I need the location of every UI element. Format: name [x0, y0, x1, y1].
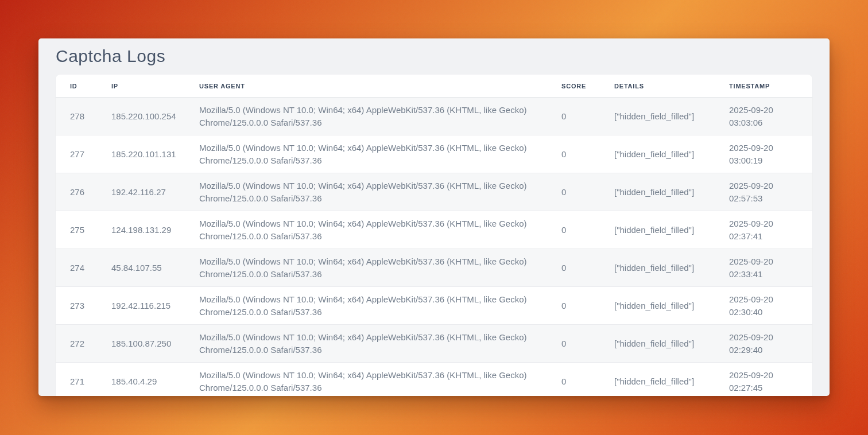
cell-details: ["hidden_field_filled"] [600, 287, 715, 325]
cell-timestamp: 2025-09-20 02:29:40 [715, 325, 812, 363]
cell-score: 0 [547, 287, 600, 325]
cell-user-agent: Mozilla/5.0 (Windows NT 10.0; Win64; x64… [185, 173, 547, 211]
cell-details: ["hidden_field_filled"] [600, 363, 715, 397]
cell-details: ["hidden_field_filled"] [600, 249, 715, 287]
cell-ip: 192.42.116.215 [97, 287, 185, 325]
cell-user-agent: Mozilla/5.0 (Windows NT 10.0; Win64; x64… [185, 287, 547, 325]
cell-id: 277 [56, 135, 97, 173]
app-background: { "page": { "title": "Captcha Logs" }, "… [0, 0, 868, 435]
table-row: 275124.198.131.29Mozilla/5.0 (Windows NT… [56, 211, 812, 249]
cell-score: 0 [547, 135, 600, 173]
cell-ip: 185.40.4.29 [97, 363, 185, 397]
cell-timestamp: 2025-09-20 02:37:41 [715, 211, 812, 249]
cell-ip: 45.84.107.55 [97, 249, 185, 287]
table-row: 276192.42.116.27Mozilla/5.0 (Windows NT … [56, 173, 812, 211]
cell-timestamp: 2025-09-20 03:00:19 [715, 135, 812, 173]
captcha-logs-card: Captcha Logs ID IP USER AGENT SCORE DETA… [38, 38, 830, 396]
cell-id: 274 [56, 249, 97, 287]
cell-user-agent: Mozilla/5.0 (Windows NT 10.0; Win64; x64… [185, 249, 547, 287]
cell-id: 272 [56, 325, 97, 363]
cell-ip: 185.100.87.250 [97, 325, 185, 363]
table-body: 278185.220.100.254Mozilla/5.0 (Windows N… [56, 98, 812, 397]
cell-id: 271 [56, 363, 97, 397]
cell-score: 0 [547, 173, 600, 211]
captcha-logs-table: ID IP USER AGENT SCORE DETAILS TIMESTAMP… [56, 75, 812, 396]
table-row: 273192.42.116.215Mozilla/5.0 (Windows NT… [56, 287, 812, 325]
cell-user-agent: Mozilla/5.0 (Windows NT 10.0; Win64; x64… [185, 211, 547, 249]
cell-details: ["hidden_field_filled"] [600, 98, 715, 135]
cell-id: 275 [56, 211, 97, 249]
cell-details: ["hidden_field_filled"] [600, 211, 715, 249]
column-header-user-agent: USER AGENT [185, 75, 547, 98]
column-header-id: ID [56, 75, 97, 98]
cell-details: ["hidden_field_filled"] [600, 325, 715, 363]
cell-user-agent: Mozilla/5.0 (Windows NT 10.0; Win64; x64… [185, 325, 547, 363]
cell-timestamp: 2025-09-20 03:03:06 [715, 98, 812, 135]
page-title: Captcha Logs [56, 38, 812, 75]
column-header-details: DETAILS [600, 75, 715, 98]
table-row: 271185.40.4.29Mozilla/5.0 (Windows NT 10… [56, 363, 812, 397]
table-row: 277185.220.101.131Mozilla/5.0 (Windows N… [56, 135, 812, 173]
cell-score: 0 [547, 325, 600, 363]
cell-score: 0 [547, 98, 600, 135]
cell-details: ["hidden_field_filled"] [600, 135, 715, 173]
captcha-logs-table-container: ID IP USER AGENT SCORE DETAILS TIMESTAMP… [56, 75, 812, 396]
cell-score: 0 [547, 249, 600, 287]
cell-ip: 192.42.116.27 [97, 173, 185, 211]
cell-user-agent: Mozilla/5.0 (Windows NT 10.0; Win64; x64… [185, 135, 547, 173]
table-row: 27445.84.107.55Mozilla/5.0 (Windows NT 1… [56, 249, 812, 287]
cell-id: 273 [56, 287, 97, 325]
table-row: 272185.100.87.250Mozilla/5.0 (Windows NT… [56, 325, 812, 363]
cell-details: ["hidden_field_filled"] [600, 173, 715, 211]
cell-ip: 185.220.100.254 [97, 98, 185, 135]
table-row: 278185.220.100.254Mozilla/5.0 (Windows N… [56, 98, 812, 135]
cell-id: 278 [56, 98, 97, 135]
cell-timestamp: 2025-09-20 02:30:40 [715, 287, 812, 325]
cell-ip: 124.198.131.29 [97, 211, 185, 249]
cell-score: 0 [547, 363, 600, 397]
cell-timestamp: 2025-09-20 02:33:41 [715, 249, 812, 287]
cell-id: 276 [56, 173, 97, 211]
cell-timestamp: 2025-09-20 02:57:53 [715, 173, 812, 211]
table-header: ID IP USER AGENT SCORE DETAILS TIMESTAMP [56, 75, 812, 98]
column-header-timestamp: TIMESTAMP [715, 75, 812, 98]
cell-user-agent: Mozilla/5.0 (Windows NT 10.0; Win64; x64… [185, 363, 547, 397]
cell-user-agent: Mozilla/5.0 (Windows NT 10.0; Win64; x64… [185, 98, 547, 135]
header-row: ID IP USER AGENT SCORE DETAILS TIMESTAMP [56, 75, 812, 98]
column-header-ip: IP [97, 75, 185, 98]
cell-score: 0 [547, 211, 600, 249]
cell-timestamp: 2025-09-20 02:27:45 [715, 363, 812, 397]
column-header-score: SCORE [547, 75, 600, 98]
cell-ip: 185.220.101.131 [97, 135, 185, 173]
